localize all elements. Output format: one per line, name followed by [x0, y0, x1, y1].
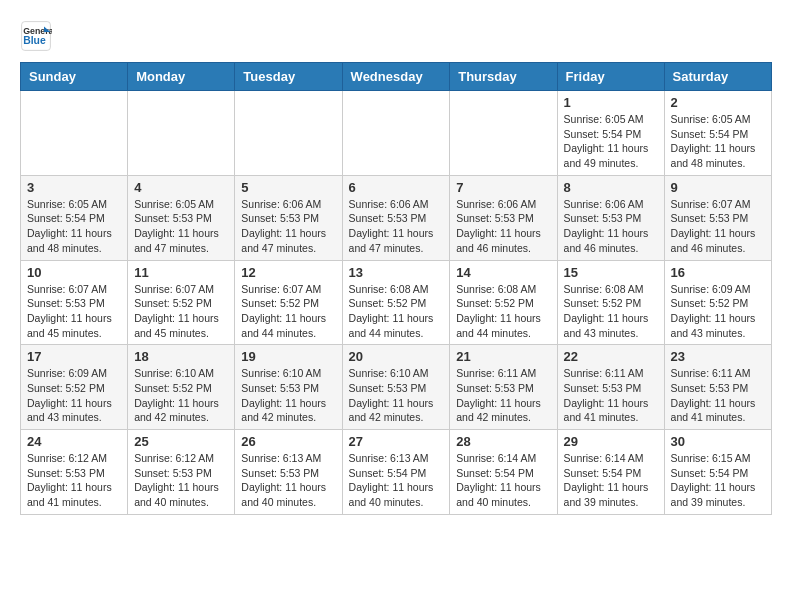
calendar-cell	[342, 91, 450, 176]
day-number: 17	[27, 349, 121, 364]
day-number: 7	[456, 180, 550, 195]
calendar-cell	[21, 91, 128, 176]
day-number: 2	[671, 95, 765, 110]
calendar-cell: 26Sunrise: 6:13 AM Sunset: 5:53 PM Dayli…	[235, 430, 342, 515]
day-info: Sunrise: 6:08 AM Sunset: 5:52 PM Dayligh…	[456, 282, 550, 341]
calendar-week-2: 3Sunrise: 6:05 AM Sunset: 5:54 PM Daylig…	[21, 175, 772, 260]
calendar-cell: 19Sunrise: 6:10 AM Sunset: 5:53 PM Dayli…	[235, 345, 342, 430]
day-number: 25	[134, 434, 228, 449]
weekday-header-wednesday: Wednesday	[342, 63, 450, 91]
calendar-cell: 27Sunrise: 6:13 AM Sunset: 5:54 PM Dayli…	[342, 430, 450, 515]
calendar-cell: 28Sunrise: 6:14 AM Sunset: 5:54 PM Dayli…	[450, 430, 557, 515]
day-number: 14	[456, 265, 550, 280]
calendar-header-row: SundayMondayTuesdayWednesdayThursdayFrid…	[21, 63, 772, 91]
day-info: Sunrise: 6:06 AM Sunset: 5:53 PM Dayligh…	[241, 197, 335, 256]
day-number: 24	[27, 434, 121, 449]
day-info: Sunrise: 6:13 AM Sunset: 5:54 PM Dayligh…	[349, 451, 444, 510]
calendar-cell: 17Sunrise: 6:09 AM Sunset: 5:52 PM Dayli…	[21, 345, 128, 430]
day-info: Sunrise: 6:10 AM Sunset: 5:52 PM Dayligh…	[134, 366, 228, 425]
calendar-week-1: 1Sunrise: 6:05 AM Sunset: 5:54 PM Daylig…	[21, 91, 772, 176]
calendar-cell: 21Sunrise: 6:11 AM Sunset: 5:53 PM Dayli…	[450, 345, 557, 430]
day-info: Sunrise: 6:11 AM Sunset: 5:53 PM Dayligh…	[456, 366, 550, 425]
calendar-cell: 23Sunrise: 6:11 AM Sunset: 5:53 PM Dayli…	[664, 345, 771, 430]
day-number: 23	[671, 349, 765, 364]
calendar-cell: 3Sunrise: 6:05 AM Sunset: 5:54 PM Daylig…	[21, 175, 128, 260]
calendar-cell	[235, 91, 342, 176]
logo: General Blue	[20, 20, 56, 52]
calendar-cell: 16Sunrise: 6:09 AM Sunset: 5:52 PM Dayli…	[664, 260, 771, 345]
day-info: Sunrise: 6:06 AM Sunset: 5:53 PM Dayligh…	[564, 197, 658, 256]
svg-text:Blue: Blue	[23, 35, 46, 46]
day-info: Sunrise: 6:05 AM Sunset: 5:54 PM Dayligh…	[27, 197, 121, 256]
calendar-cell: 18Sunrise: 6:10 AM Sunset: 5:52 PM Dayli…	[128, 345, 235, 430]
weekday-header-monday: Monday	[128, 63, 235, 91]
day-info: Sunrise: 6:06 AM Sunset: 5:53 PM Dayligh…	[456, 197, 550, 256]
calendar-week-3: 10Sunrise: 6:07 AM Sunset: 5:53 PM Dayli…	[21, 260, 772, 345]
day-info: Sunrise: 6:14 AM Sunset: 5:54 PM Dayligh…	[456, 451, 550, 510]
calendar-cell: 6Sunrise: 6:06 AM Sunset: 5:53 PM Daylig…	[342, 175, 450, 260]
day-info: Sunrise: 6:09 AM Sunset: 5:52 PM Dayligh…	[27, 366, 121, 425]
day-info: Sunrise: 6:11 AM Sunset: 5:53 PM Dayligh…	[671, 366, 765, 425]
day-number: 22	[564, 349, 658, 364]
day-number: 4	[134, 180, 228, 195]
calendar-cell: 5Sunrise: 6:06 AM Sunset: 5:53 PM Daylig…	[235, 175, 342, 260]
day-info: Sunrise: 6:05 AM Sunset: 5:54 PM Dayligh…	[671, 112, 765, 171]
day-number: 1	[564, 95, 658, 110]
calendar-cell: 4Sunrise: 6:05 AM Sunset: 5:53 PM Daylig…	[128, 175, 235, 260]
day-number: 6	[349, 180, 444, 195]
calendar-week-5: 24Sunrise: 6:12 AM Sunset: 5:53 PM Dayli…	[21, 430, 772, 515]
day-info: Sunrise: 6:05 AM Sunset: 5:54 PM Dayligh…	[564, 112, 658, 171]
day-info: Sunrise: 6:11 AM Sunset: 5:53 PM Dayligh…	[564, 366, 658, 425]
calendar-cell: 24Sunrise: 6:12 AM Sunset: 5:53 PM Dayli…	[21, 430, 128, 515]
day-number: 20	[349, 349, 444, 364]
day-info: Sunrise: 6:05 AM Sunset: 5:53 PM Dayligh…	[134, 197, 228, 256]
calendar-cell: 22Sunrise: 6:11 AM Sunset: 5:53 PM Dayli…	[557, 345, 664, 430]
calendar-cell: 8Sunrise: 6:06 AM Sunset: 5:53 PM Daylig…	[557, 175, 664, 260]
calendar-cell: 29Sunrise: 6:14 AM Sunset: 5:54 PM Dayli…	[557, 430, 664, 515]
day-number: 16	[671, 265, 765, 280]
day-info: Sunrise: 6:12 AM Sunset: 5:53 PM Dayligh…	[27, 451, 121, 510]
day-number: 27	[349, 434, 444, 449]
day-info: Sunrise: 6:10 AM Sunset: 5:53 PM Dayligh…	[241, 366, 335, 425]
day-number: 9	[671, 180, 765, 195]
calendar-cell: 10Sunrise: 6:07 AM Sunset: 5:53 PM Dayli…	[21, 260, 128, 345]
calendar-cell: 25Sunrise: 6:12 AM Sunset: 5:53 PM Dayli…	[128, 430, 235, 515]
day-info: Sunrise: 6:08 AM Sunset: 5:52 PM Dayligh…	[564, 282, 658, 341]
day-info: Sunrise: 6:08 AM Sunset: 5:52 PM Dayligh…	[349, 282, 444, 341]
day-info: Sunrise: 6:15 AM Sunset: 5:54 PM Dayligh…	[671, 451, 765, 510]
day-info: Sunrise: 6:10 AM Sunset: 5:53 PM Dayligh…	[349, 366, 444, 425]
calendar-cell: 7Sunrise: 6:06 AM Sunset: 5:53 PM Daylig…	[450, 175, 557, 260]
day-info: Sunrise: 6:06 AM Sunset: 5:53 PM Dayligh…	[349, 197, 444, 256]
calendar-cell: 12Sunrise: 6:07 AM Sunset: 5:52 PM Dayli…	[235, 260, 342, 345]
weekday-header-saturday: Saturday	[664, 63, 771, 91]
day-number: 5	[241, 180, 335, 195]
day-info: Sunrise: 6:07 AM Sunset: 5:52 PM Dayligh…	[241, 282, 335, 341]
calendar-cell: 11Sunrise: 6:07 AM Sunset: 5:52 PM Dayli…	[128, 260, 235, 345]
day-number: 3	[27, 180, 121, 195]
day-number: 26	[241, 434, 335, 449]
day-number: 11	[134, 265, 228, 280]
calendar-cell: 30Sunrise: 6:15 AM Sunset: 5:54 PM Dayli…	[664, 430, 771, 515]
calendar-cell: 9Sunrise: 6:07 AM Sunset: 5:53 PM Daylig…	[664, 175, 771, 260]
day-number: 28	[456, 434, 550, 449]
day-info: Sunrise: 6:09 AM Sunset: 5:52 PM Dayligh…	[671, 282, 765, 341]
logo-icon: General Blue	[20, 20, 52, 52]
day-info: Sunrise: 6:13 AM Sunset: 5:53 PM Dayligh…	[241, 451, 335, 510]
page-header: General Blue	[20, 20, 772, 52]
calendar-cell	[450, 91, 557, 176]
day-number: 18	[134, 349, 228, 364]
day-number: 21	[456, 349, 550, 364]
weekday-header-tuesday: Tuesday	[235, 63, 342, 91]
day-number: 10	[27, 265, 121, 280]
calendar-cell: 20Sunrise: 6:10 AM Sunset: 5:53 PM Dayli…	[342, 345, 450, 430]
day-number: 12	[241, 265, 335, 280]
calendar-cell: 15Sunrise: 6:08 AM Sunset: 5:52 PM Dayli…	[557, 260, 664, 345]
calendar-cell: 13Sunrise: 6:08 AM Sunset: 5:52 PM Dayli…	[342, 260, 450, 345]
day-number: 19	[241, 349, 335, 364]
weekday-header-friday: Friday	[557, 63, 664, 91]
day-number: 8	[564, 180, 658, 195]
day-info: Sunrise: 6:12 AM Sunset: 5:53 PM Dayligh…	[134, 451, 228, 510]
day-number: 13	[349, 265, 444, 280]
calendar-table: SundayMondayTuesdayWednesdayThursdayFrid…	[20, 62, 772, 515]
calendar-cell: 14Sunrise: 6:08 AM Sunset: 5:52 PM Dayli…	[450, 260, 557, 345]
